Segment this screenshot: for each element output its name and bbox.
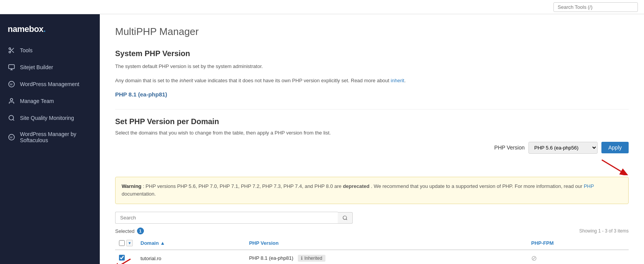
table-header-row: ▾ Domain ▲ PHP Version PHP-FPM [115,237,629,250]
selected-label-container: Selected 1 [115,227,144,234]
svg-point-1 [9,51,11,53]
svg-point-10 [10,98,13,101]
red-arrow-right-icon [598,156,629,175]
sidebar-item-site-quality-label: Site Quality Monitoring [20,115,74,121]
svg-line-4 [10,49,12,50]
selected-text: Selected [115,228,135,234]
deprecated-text: deprecated [343,183,369,189]
domain-table: ▾ Domain ▲ PHP Version PHP-FPM [115,237,629,264]
inherit-italic: inherit [180,78,193,83]
domain-search-button[interactable] [338,212,353,224]
sidebar-item-manage-team[interactable]: Manage Team [0,93,100,110]
sidebar-item-wp-softaculous[interactable]: W WordPress Manager by Softaculous [0,126,100,148]
php-version-row: PHP Version PHP 5.6 (ea-php56) Apply [115,142,629,154]
system-php-desc1: The system default PHP version is set by… [115,63,629,71]
row-checkbox[interactable] [119,255,125,261]
selected-showing-row: Selected 1 Showing 1 - 3 of 3 items [115,227,629,234]
row-php-version-text: PHP 8.1 (ea-php81) [249,255,293,261]
checkbox-dropdown-arrow[interactable]: ▾ [126,240,133,246]
php-version-select[interactable]: PHP 5.6 (ea-php56) [528,142,598,154]
sidebar-item-wordpress-label: WordPress Management [20,81,79,87]
row-php-fpm: ⊘ [527,250,629,264]
sidebar-item-tools[interactable]: Tools [0,42,100,59]
th-php-fpm-label: PHP-FPM [531,240,554,246]
sidebar-item-site-quality[interactable]: Site Quality Monitoring [0,110,100,126]
inherited-badge: ℹ Inherited [298,255,325,262]
svg-text:W: W [10,136,13,139]
warning-box: Warning : PHP versions PHP 5.6, PHP 7.0,… [115,177,629,204]
php-version-label: PHP Version [494,144,525,151]
section-divider [115,109,629,110]
search-circle-icon [8,114,15,122]
th-php-fpm: PHP-FPM [527,237,629,250]
sidebar-item-tools-label: Tools [20,47,33,53]
th-checkbox: ▾ [115,237,137,250]
main-content: MultiPHP Manager System PHP Version The … [100,14,644,264]
system-php-desc2: Any domain that is set to the inherit va… [115,77,629,85]
showing-label: Showing 1 - 3 of 3 items [579,228,629,234]
sidebar-item-wp-softaculous-label: WordPress Manager by Softaculous [20,131,92,143]
th-php-version-label: PHP Version [249,240,279,246]
search-tools-input[interactable] [553,2,638,12]
svg-line-3 [12,51,14,53]
th-php-version: PHP Version [245,237,527,250]
monitor-icon [8,63,15,71]
wordpress-icon: W [8,80,15,88]
inherited-text: Inherited [304,256,322,261]
sidebar: namebox. Tools Sitejet Builder [0,14,100,264]
system-php-title: System PHP Version [115,49,629,58]
inherit-link[interactable]: inherit [391,78,404,83]
table-row: tutorial.ro PHP 8.1 (ea-php81) ℹ Inherit… [115,250,629,264]
warning-text3: documentation. [122,191,156,197]
search-icon [342,215,348,221]
domain-search-input[interactable] [115,212,338,224]
svg-line-18 [346,219,347,220]
sidebar-item-sitejet[interactable]: Sitejet Builder [0,59,100,76]
page-title: MultiPHP Manager [115,26,629,38]
php-doc-link[interactable]: PHP [584,183,594,189]
svg-rect-5 [9,65,15,69]
scissors-icon [8,46,15,54]
th-domain-label: Domain ▲ [140,240,165,246]
current-php-version: PHP 8.1 (ea-php81) [115,91,629,98]
top-bar [0,0,644,14]
sidebar-item-sitejet-label: Sitejet Builder [20,64,53,70]
wordpress-soft-icon: W [8,133,15,141]
th-domain[interactable]: Domain ▲ [137,237,245,250]
row-php-version: PHP 8.1 (ea-php81) ℹ Inherited [245,250,527,264]
user-icon [8,97,15,105]
svg-point-0 [9,48,11,50]
sidebar-item-manage-team-label: Manage Team [20,98,54,104]
block-icon: ⊘ [531,254,537,262]
row-checkbox-cell [115,250,137,264]
set-php-title: Set PHP Version per Domain [115,117,629,126]
selected-badge: 1 [137,227,144,234]
svg-line-12 [13,119,14,120]
logo: namebox. [0,18,100,42]
svg-line-16 [602,160,621,171]
svg-point-17 [343,216,347,219]
svg-text:W: W [10,83,13,86]
main-layout: namebox. Tools Sitejet Builder [0,14,644,264]
svg-point-11 [9,115,13,120]
select-all-checkbox[interactable] [119,240,125,246]
warning-title: Warning [122,183,142,189]
info-icon: ℹ [301,256,303,261]
warning-text: : PHP versions PHP 5.6, PHP 7.0, PHP 7.1… [143,183,343,189]
warning-text2: . We recommend that you update to a supp… [371,183,583,189]
set-php-desc: Select the domains that you wish to chan… [115,130,629,136]
row-domain: tutorial.ro [137,250,245,264]
arrow-annotation-right [115,156,629,175]
apply-button[interactable]: Apply [601,142,629,153]
sidebar-item-wordpress[interactable]: W WordPress Management [0,76,100,93]
search-row [115,212,629,224]
